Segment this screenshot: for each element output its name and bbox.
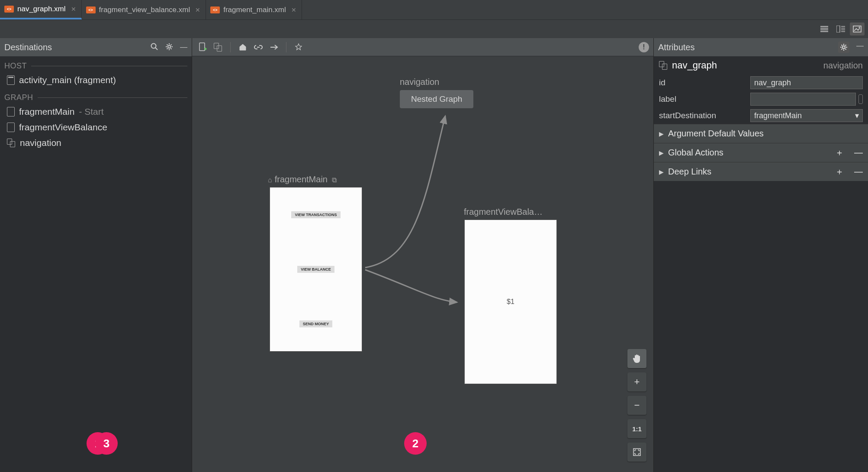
attr-label-row: label [654, 91, 868, 107]
svg-point-3 [151, 44, 156, 48]
attributes-title: Attributes [658, 42, 694, 52]
selected-element-name: nav_graph [672, 60, 717, 71]
screen-a-title: ⌂fragmentMain⧉ [268, 175, 337, 184]
graph-item-navigation[interactable]: navigation [0, 135, 192, 151]
section-arg-defaults[interactable]: ▶ Argument Default Values [654, 124, 868, 143]
nav-canvas[interactable]: ! navigation Nested Graph ⌂fragmentMain⧉… [192, 38, 653, 472]
fragment-icon [7, 107, 15, 116]
graph-item-label: fragmentViewBalance [19, 122, 107, 133]
screen-b-title: fragmentViewBala… [464, 207, 543, 217]
destinations-panel: Destinations — HOST activity_main (fragm… [0, 38, 192, 472]
destinations-header: Destinations — [0, 38, 192, 56]
zoom-reset-button[interactable]: 1:1 [627, 419, 646, 438]
pan-tool-button[interactable] [627, 349, 646, 368]
remove-icon[interactable]: — [854, 148, 863, 158]
code-view-toggle[interactable] [817, 23, 832, 36]
attr-id-row: id [654, 74, 868, 91]
remove-icon[interactable]: — [854, 167, 863, 177]
zoom-out-button[interactable]: − [627, 396, 646, 415]
auto-arrange-icon[interactable] [293, 41, 305, 53]
nest-graph-icon[interactable] [212, 41, 224, 53]
zoom-in-button[interactable]: + [627, 372, 646, 391]
canvas-toolbar: ! [192, 38, 653, 56]
attributes-panel: Attributes — nav_graph navigation id lab… [653, 38, 868, 472]
preview-button: SEND MONEY [299, 320, 333, 327]
xml-file-icon [4, 6, 14, 13]
nested-graph-icon [659, 61, 668, 70]
attributes-header: Attributes — [654, 38, 868, 56]
host-item-label: activity_main (fragment) [19, 75, 116, 85]
fragment-icon [7, 123, 15, 132]
zoom-controls: + − 1:1 [627, 349, 646, 462]
tab-fragment-view-balance[interactable]: fragment_view_balance.xml ✕ [82, 0, 206, 19]
chevron-right-icon: ▶ [659, 149, 664, 156]
chevron-right-icon: ▶ [659, 130, 664, 137]
svg-rect-6 [633, 449, 640, 456]
attr-label-label: label [659, 94, 676, 104]
attr-startdest-select[interactable]: fragmentMain ▾ [750, 109, 863, 122]
search-icon[interactable] [151, 43, 158, 52]
activity-icon [7, 75, 15, 85]
xml-file-icon [86, 6, 96, 13]
zoom-fit-button[interactable] [627, 443, 646, 462]
tab-label: fragment_main.xml [223, 6, 286, 14]
tab-nav-graph[interactable]: nav_graph.xml ✕ [0, 0, 82, 19]
editor-tabbar: nav_graph.xml ✕ fragment_view_balance.xm… [0, 0, 868, 20]
action-icon[interactable] [268, 41, 280, 53]
section-deep-links[interactable]: ▶ Deep Links ＋ — [654, 162, 868, 181]
preview-button: VIEW BALANCE [297, 266, 334, 273]
start-dest-home-icon: ⌂ [268, 176, 272, 184]
attr-startdest-label: startDestination [659, 111, 716, 120]
add-icon[interactable]: ＋ [835, 147, 844, 158]
section-global-actions[interactable]: ▶ Global Actions ＋ — [654, 143, 868, 162]
section-label: Global Actions [668, 148, 723, 158]
nested-graph-label: Nested Graph [411, 94, 462, 103]
minimize-icon[interactable]: — [856, 42, 864, 53]
add-icon[interactable]: ＋ [835, 166, 844, 178]
issues-icon[interactable]: ! [639, 42, 649, 52]
graph-item-label: navigation [20, 138, 61, 148]
selected-element-type: navigation [823, 61, 863, 71]
section-label: Argument Default Values [668, 129, 764, 139]
preview-text: $1 [507, 298, 514, 306]
tab-label: nav_graph.xml [17, 5, 66, 13]
nested-graph-node[interactable]: Nested Graph [400, 90, 473, 108]
split-view-toggle[interactable] [833, 23, 848, 36]
destinations-title: Destinations [4, 42, 52, 52]
view-mode-toggles [0, 20, 868, 38]
screen-fragment-main[interactable]: VIEW TRANSACTIONS VIEW BALANCE SEND MONE… [270, 188, 362, 351]
close-icon[interactable]: ✕ [195, 6, 200, 13]
chevron-right-icon: ▶ [659, 168, 664, 175]
design-view-toggle[interactable] [850, 23, 865, 36]
graph-item-suffix: - Start [79, 107, 103, 117]
close-icon[interactable]: ✕ [291, 6, 296, 13]
attr-startdest-row: startDestination fragmentMain ▾ [654, 107, 868, 124]
close-icon[interactable]: ✕ [71, 6, 76, 13]
svg-rect-5 [199, 43, 205, 51]
gear-icon[interactable] [838, 42, 849, 53]
deeplink-icon[interactable] [252, 41, 264, 53]
pick-resource-icon[interactable] [858, 94, 863, 104]
attr-startdest-value: fragmentMain [754, 111, 802, 120]
minimize-icon[interactable]: — [180, 43, 187, 52]
annotation-3: 3 [95, 432, 118, 455]
svg-rect-0 [836, 26, 840, 32]
tab-fragment-main[interactable]: fragment_main.xml ✕ [206, 0, 302, 19]
svg-point-7 [842, 46, 845, 48]
nested-graph-icon [7, 139, 16, 147]
tab-label: fragment_view_balance.xml [99, 6, 190, 14]
attr-label-input[interactable] [750, 93, 856, 106]
gear-icon[interactable] [165, 43, 173, 52]
graph-item-fragment-main[interactable]: fragmentMain - Start [0, 104, 192, 120]
section-label: Deep Links [668, 167, 711, 177]
screen-fragment-view-balance[interactable]: $1 [465, 220, 556, 384]
attr-id-input[interactable] [750, 76, 863, 89]
home-icon[interactable] [237, 41, 249, 53]
graph-item-fragment-view-balance[interactable]: fragmentViewBalance [0, 120, 192, 135]
new-destination-icon[interactable] [196, 41, 209, 53]
host-section-label: HOST [0, 56, 192, 72]
annotation-2: 2 [404, 432, 427, 455]
host-item[interactable]: activity_main (fragment) [0, 72, 192, 88]
deeplink-badge-icon: ⧉ [332, 176, 337, 184]
selected-element-row: nav_graph navigation [654, 56, 868, 74]
